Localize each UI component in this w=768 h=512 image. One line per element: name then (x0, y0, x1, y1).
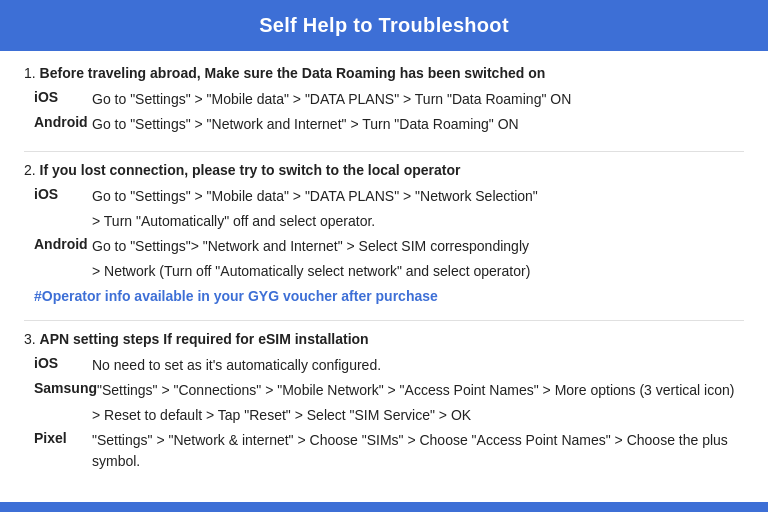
section-1-android-row: Android Go to "Settings" > "Network and … (24, 114, 744, 135)
section-2-ios-row: iOS Go to "Settings" > "Mobile data" > "… (24, 186, 744, 207)
divider-2 (24, 320, 744, 321)
android-text-1: Go to "Settings" > "Network and Internet… (92, 114, 519, 135)
operator-highlight: #Operator info available in your GYG vou… (24, 288, 744, 304)
section-3: 3. APN setting steps If required for eSI… (24, 331, 744, 472)
android-label-1: Android (34, 114, 92, 130)
section-3-ios-row: iOS No need to set as it's automatically… (24, 355, 744, 376)
divider-1 (24, 151, 744, 152)
section-3-pixel-row: Pixel "Settings" > "Network & internet" … (24, 430, 744, 472)
pixel-text-3: "Settings" > "Network & internet" > Choo… (92, 430, 744, 472)
section-3-title: 3. APN setting steps If required for eSI… (24, 331, 744, 347)
section-1-number: 1. (24, 65, 36, 81)
section-3-number: 3. (24, 331, 36, 347)
section-3-samsung-row: Samsung "Settings" > "Connections" > "Mo… (24, 380, 744, 401)
main-content: 1. Before traveling abroad, Make sure th… (0, 51, 768, 498)
ios-text-2: Go to "Settings" > "Mobile data" > "DATA… (92, 186, 538, 207)
section-3-bold-title: APN setting steps If required for eSIM i… (40, 331, 369, 347)
page-title: Self Help to Troubleshoot (20, 14, 748, 37)
section-1-title: 1. Before traveling abroad, Make sure th… (24, 65, 744, 81)
section-2-bold-title: If you lost connection, please try to sw… (40, 162, 461, 178)
android-label-2: Android (34, 236, 92, 252)
section-2-android-row: Android Go to "Settings"> "Network and I… (24, 236, 744, 257)
ios-text-3: No need to set as it's automatically con… (92, 355, 381, 376)
section-2-number: 2. (24, 162, 36, 178)
section-2-title: 2. If you lost connection, please try to… (24, 162, 744, 178)
section-1: 1. Before traveling abroad, Make sure th… (24, 65, 744, 135)
pixel-label-3: Pixel (34, 430, 92, 446)
section-1-ios-row: iOS Go to "Settings" > "Mobile data" > "… (24, 89, 744, 110)
samsung-continuation-3: > Reset to default > Tap "Reset" > Selec… (24, 405, 744, 426)
ios-continuation-2: > Turn "Automatically" off and select op… (24, 211, 744, 232)
page-header: Self Help to Troubleshoot (0, 0, 768, 51)
ios-label-1: iOS (34, 89, 92, 105)
section-1-bold-title: Before traveling abroad, Make sure the D… (40, 65, 546, 81)
ios-label-2: iOS (34, 186, 92, 202)
section-2: 2. If you lost connection, please try to… (24, 162, 744, 304)
android-continuation-2: > Network (Turn off "Automatically selec… (24, 261, 744, 282)
android-text-2: Go to "Settings"> "Network and Internet"… (92, 236, 529, 257)
ios-text-1: Go to "Settings" > "Mobile data" > "DATA… (92, 89, 571, 110)
samsung-text-3: "Settings" > "Connections" > "Mobile Net… (97, 380, 734, 401)
samsung-label-3: Samsung (34, 380, 97, 396)
page-footer: Please contact us via WhatsApp in your G… (0, 502, 768, 512)
ios-label-3: iOS (34, 355, 92, 371)
